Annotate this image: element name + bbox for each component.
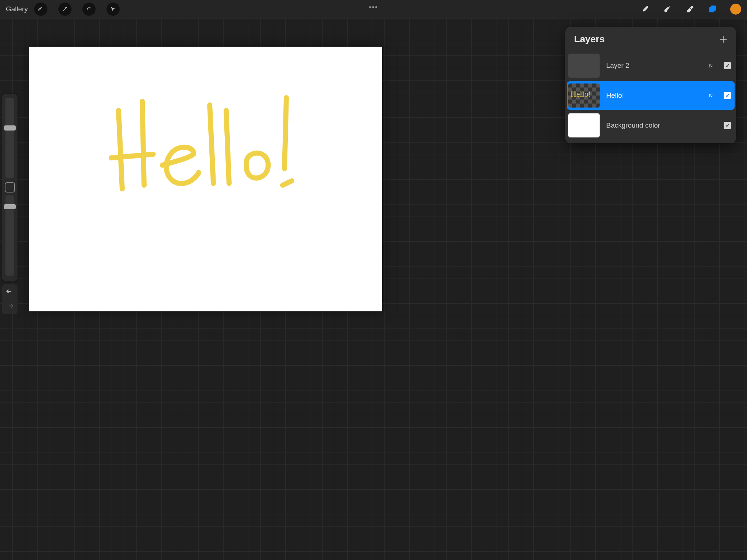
undo-redo-bar [2,284,18,314]
transform-button[interactable] [107,3,120,16]
wrench-icon [38,6,44,12]
selection-icon [86,6,92,12]
redo-icon [6,303,14,309]
modify-button[interactable] [5,182,15,192]
redo-button[interactable] [6,303,14,311]
undo-button[interactable] [6,288,14,296]
canvas[interactable] [29,47,382,311]
brush-size-thumb[interactable] [4,125,16,131]
brush-opacity-slider[interactable] [5,195,14,276]
canvas-drawing [80,90,306,200]
cursor-icon [110,6,116,12]
brush-size-slider[interactable] [5,98,14,178]
gallery-button[interactable]: Gallery [6,5,28,13]
top-toolbar: Gallery ••• [0,0,467,18]
brush-opacity-thumb[interactable] [4,204,16,209]
adjustments-button[interactable] [58,3,71,16]
left-sidebar [2,94,18,281]
actions-button[interactable] [34,3,47,16]
undo-icon [6,288,14,295]
more-menu-button[interactable]: ••• [369,4,378,11]
selection-button[interactable] [82,3,96,16]
wand-icon [62,6,68,12]
